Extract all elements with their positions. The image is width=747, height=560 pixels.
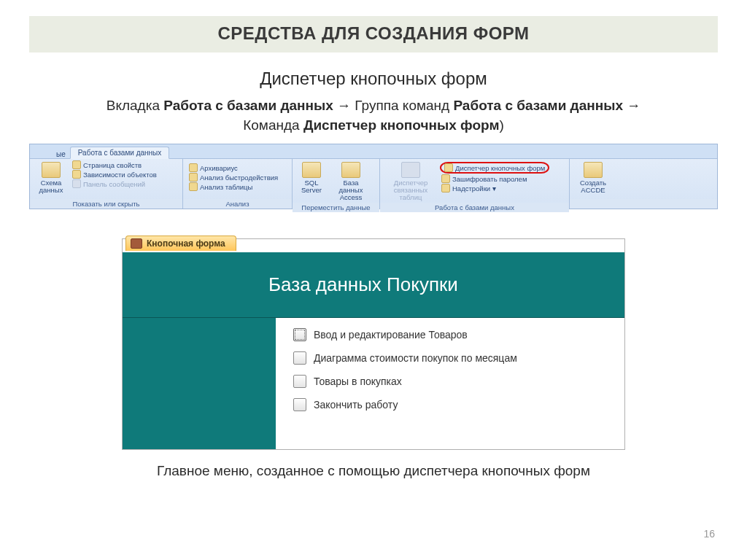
switchboard-item-label: Диаграмма стоимости покупок по месяцам xyxy=(314,352,517,364)
make-accde-button[interactable]: Создать ACCDE xyxy=(574,160,612,194)
archiver-icon xyxy=(189,163,198,172)
addins-button[interactable]: Надстройки ▾ xyxy=(440,184,549,192)
lock-icon xyxy=(441,174,450,183)
perf-analyze-button[interactable]: Анализ быстродействия xyxy=(187,173,279,182)
property-label: Страница свойств xyxy=(83,161,142,169)
form-icon xyxy=(131,238,142,249)
encrypt-button[interactable]: Зашифровать паролем xyxy=(440,174,549,183)
linked-table-label: Диспетчер связанных таблиц xyxy=(387,179,434,201)
subtitle: Диспетчер кнопочных форм xyxy=(0,69,747,89)
msgbar-label: Панель сообщений xyxy=(83,180,145,188)
encrypt-label: Зашифровать паролем xyxy=(452,175,527,183)
access-icon xyxy=(341,162,360,178)
switchboard-buttons: Ввод и редактирование Товаров Диаграмма … xyxy=(276,318,624,449)
group-move-data-label: Переместить данные xyxy=(293,203,379,212)
group-db-tools-label: Работа с базами данных xyxy=(380,203,569,212)
sql-icon xyxy=(302,162,321,178)
archiver-label: Архивариус xyxy=(200,164,238,172)
accde-icon xyxy=(584,162,603,178)
button-icon xyxy=(293,375,306,388)
group-analyze-label: Анализ xyxy=(183,199,292,209)
msgbar-icon xyxy=(72,179,81,188)
group-move-data: SQL Server База данных Access Переместит… xyxy=(293,159,380,209)
chevron-down-icon: ▾ xyxy=(492,184,496,192)
access-db-button[interactable]: База данных Access xyxy=(329,160,373,201)
switchboard-label: Диспетчер кнопочных форм xyxy=(455,164,545,172)
switchboard-icon xyxy=(444,163,453,172)
nav-text-mid2: Команда xyxy=(243,117,303,133)
switchboard-item[interactable]: Товары в покупках xyxy=(293,375,614,388)
switchboard-mgr-button[interactable]: Диспетчер кнопочных форм xyxy=(440,162,549,174)
perf-icon xyxy=(189,173,198,182)
nav-arrow-1: → xyxy=(333,98,355,113)
switchboard-item-label: Закончить работу xyxy=(314,399,398,411)
nav-text-prefix: Вкладка xyxy=(107,98,164,113)
sql-label: SQL Server xyxy=(300,179,323,194)
page-title: СРЕДСТВА ДЛЯ СОЗДАНИЯ ФОРМ xyxy=(29,16,718,52)
switchboard-item-label: Товары в покупках xyxy=(314,376,402,387)
addins-icon xyxy=(441,184,450,192)
perf-label: Анализ быстродействия xyxy=(200,174,278,182)
tab-fragment: ые xyxy=(52,150,70,158)
linked-table-mgr-button[interactable]: Диспетчер связанных таблиц xyxy=(384,160,437,201)
table-icon xyxy=(189,182,198,191)
deps-label: Зависимости объектов xyxy=(83,171,157,179)
switchboard-item[interactable]: Диаграмма стоимости покупок по месяцам xyxy=(293,351,614,365)
switchboard-item-label: Ввод и редактирование Товаров xyxy=(314,329,468,341)
nav-text-mid1: Группа команд xyxy=(355,98,453,113)
nav-bold-3: Диспетчер кнопочных форм xyxy=(303,117,500,133)
button-icon xyxy=(293,398,306,411)
object-deps-button[interactable]: Зависимости объектов xyxy=(71,170,158,179)
access-label: База данных Access xyxy=(332,179,370,201)
button-icon xyxy=(293,328,306,341)
accde-label: Создать ACCDE xyxy=(577,179,609,194)
schema-label: Схема данных xyxy=(37,179,65,194)
schema-button[interactable]: Схема данных xyxy=(34,160,68,194)
addins-label: Надстройки xyxy=(452,184,490,192)
figure-caption: Главное меню, созданное с помощью диспет… xyxy=(0,463,747,479)
table-label: Анализ таблицы xyxy=(200,183,252,191)
form-header-title: База данных Покупки xyxy=(268,273,458,296)
sql-server-button[interactable]: SQL Server xyxy=(297,160,326,194)
group-show-hide-label: Показать или скрыть xyxy=(30,199,182,209)
schema-icon xyxy=(42,162,61,178)
navigation-path: Вкладка Работа с базами данных → Группа … xyxy=(15,96,732,135)
form-header: База данных Покупки xyxy=(123,252,624,318)
deps-icon xyxy=(72,170,81,179)
nav-bold-2: Работа с базами данных xyxy=(453,98,623,113)
form-body: Ввод и редактирование Товаров Диаграмма … xyxy=(123,318,624,449)
form-sidebar xyxy=(123,318,276,449)
table-analyze-button[interactable]: Анализ таблицы xyxy=(187,182,279,191)
linked-table-icon xyxy=(401,162,420,178)
group-accde: Создать ACCDE xyxy=(570,159,717,209)
form-tab[interactable]: Кнопочная форма xyxy=(125,236,236,251)
ribbon: ые Работа с базами данных Схема данных С… xyxy=(29,144,718,209)
group-analyze: Архивариус Анализ быстродействия Анализ … xyxy=(183,159,293,209)
property-icon xyxy=(72,160,81,169)
form-tab-label: Кнопочная форма xyxy=(147,238,225,249)
message-bar-button[interactable]: Панель сообщений xyxy=(71,179,158,188)
switchboard-item[interactable]: Ввод и редактирование Товаров xyxy=(293,328,614,341)
switchboard-item[interactable]: Закончить работу xyxy=(293,398,614,411)
group-db-tools: Диспетчер связанных таблиц Диспетчер кно… xyxy=(380,159,570,209)
ribbon-tabs: ые Работа с базами данных xyxy=(30,144,717,159)
group-accde-label xyxy=(570,199,717,209)
archiver-button[interactable]: Архивариус xyxy=(187,163,279,172)
nav-close: ) xyxy=(499,117,503,133)
nav-arrow-2: → xyxy=(623,98,640,113)
page-number: 16 xyxy=(703,528,715,540)
group-show-hide: Схема данных Страница свойств Зависимост… xyxy=(30,159,183,209)
button-icon xyxy=(293,351,306,365)
property-sheet-button[interactable]: Страница свойств xyxy=(71,160,158,169)
tab-database-tools[interactable]: Работа с базами данных xyxy=(70,147,170,159)
ribbon-body: Схема данных Страница свойств Зависимост… xyxy=(30,159,717,209)
switchboard-form-window: Кнопочная форма База данных Покупки Ввод… xyxy=(122,238,625,450)
nav-bold-1: Работа с базами данных xyxy=(163,98,333,113)
